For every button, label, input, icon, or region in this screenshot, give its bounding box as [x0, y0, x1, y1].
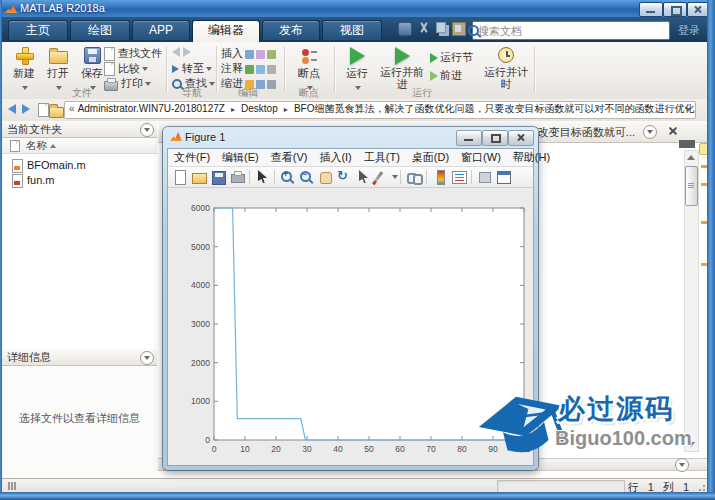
figure-logo-icon	[170, 131, 182, 143]
breadcrumb-segment-user[interactable]: Administrator.WIN7U-20180127Z	[78, 103, 225, 114]
menu-file[interactable]: 文件(F)	[168, 151, 216, 163]
menu-edit[interactable]: 编辑(E)	[216, 151, 265, 163]
menu-tools[interactable]: 工具(T)	[358, 151, 406, 163]
details-collapse-icon[interactable]	[140, 351, 154, 365]
menu-desktop[interactable]: 桌面(D)	[406, 151, 455, 163]
doc-search-input[interactable]	[476, 23, 652, 38]
fig-show-plottools-icon[interactable]	[496, 169, 512, 185]
fig-open-icon[interactable]	[191, 169, 207, 185]
window-border[interactable]	[707, 0, 715, 500]
fig-zoom-out-icon[interactable]: −	[298, 169, 314, 185]
fig-rotate3d-icon[interactable]: ↻	[336, 169, 352, 185]
breadcrumb-overflow[interactable]: «	[69, 103, 75, 114]
breadcrumb[interactable]: « Administrator.WIN7U-20180127Z ▸ Deskto…	[64, 101, 696, 119]
ribbon-toolbar: 新建 打开 保存 查找文件 比较 打印 文件 转至 查找 导航 插入 注释 缩进…	[2, 42, 707, 100]
window-border[interactable]	[0, 492, 715, 500]
details-header[interactable]: 详细信息	[2, 349, 157, 366]
goto-button[interactable]: 转至	[172, 61, 212, 75]
qa-save-icon[interactable]	[398, 22, 412, 36]
advance-button[interactable]: 前进	[430, 68, 462, 82]
minimize-button[interactable]	[639, 2, 663, 17]
nav-back-forward[interactable]	[172, 46, 191, 60]
breadcrumb-dropdown-icon[interactable]	[685, 108, 691, 112]
maximize-button[interactable]	[663, 2, 687, 17]
folder-up-icon[interactable]	[38, 103, 49, 117]
fig-zoom-in-icon[interactable]: +	[279, 169, 295, 185]
fig-new-icon[interactable]	[172, 169, 188, 185]
tab-publish[interactable]: 发布	[262, 20, 320, 40]
run-advance-button[interactable]: 运行并前进	[380, 45, 424, 90]
fig-print-icon[interactable]	[229, 169, 245, 185]
figure-menubar: 文件(F)编辑(E)查看(V)插入(I)工具(T)桌面(D)窗口(W)帮助(H)	[168, 149, 533, 167]
comment-row[interactable]: 注释	[221, 61, 276, 75]
compare-button[interactable]: 比较	[104, 61, 148, 75]
fig-datacursor-icon[interactable]	[355, 169, 371, 185]
figure-toolbar: + − ↻	[168, 167, 533, 188]
scroll-up-icon[interactable]	[687, 155, 695, 160]
details-placeholder: 选择文件以查看详细信息	[2, 411, 157, 426]
run-time-button[interactable]: 运行并计时	[484, 45, 528, 90]
figure-maximize-button[interactable]	[482, 130, 508, 146]
window-border	[0, 0, 2, 500]
current-folder-header[interactable]: 当前文件夹	[2, 121, 157, 138]
fig-linkplot-icon[interactable]	[406, 169, 422, 185]
fig-brush-dropdown-icon[interactable]	[392, 175, 398, 179]
mfile-icon	[12, 159, 23, 173]
sign-in-link[interactable]: 登录	[678, 23, 700, 38]
tab-view[interactable]: 视图	[322, 20, 382, 40]
breadcrumb-segment-project[interactable]: BFO细菌觅食算法，解决了函数优化问题，只要改变目标函数就可以对不同的函数进行优…	[294, 103, 695, 114]
current-folder-collapse-icon[interactable]	[140, 123, 154, 137]
svg-text:60: 60	[395, 444, 405, 454]
tab-plots[interactable]: 绘图	[70, 20, 130, 40]
address-bar: « Administrator.WIN7U-20180127Z ▸ Deskto…	[2, 99, 707, 122]
fig-save-icon[interactable]	[210, 169, 226, 185]
qa-copy-icon[interactable]	[436, 22, 446, 33]
menu-view[interactable]: 查看(V)	[265, 151, 314, 163]
menu-help[interactable]: 帮助(H)	[507, 151, 556, 163]
watermark-site: Biguo100.com	[555, 427, 692, 450]
file-row-fun[interactable]: fun.m	[2, 173, 157, 187]
run-group-label: 运行	[392, 86, 452, 100]
nav-back-icon[interactable]	[8, 104, 16, 114]
editor-actions-icon[interactable]	[643, 125, 657, 139]
qa-cut-icon[interactable]	[418, 22, 430, 34]
find-files-button[interactable]: 查找文件	[104, 46, 162, 60]
nav-forward-icon[interactable]	[22, 104, 30, 114]
statusbar-handle-icon[interactable]	[8, 482, 18, 490]
insert-icon	[245, 50, 254, 59]
tab-editor[interactable]: 编辑器	[192, 20, 260, 43]
editor-close-icon[interactable]	[668, 126, 677, 135]
tab-home[interactable]: 主页	[8, 20, 68, 40]
run-button[interactable]: 运行	[340, 45, 374, 93]
fig-colorbar-icon[interactable]	[432, 169, 448, 185]
figure-close-button[interactable]	[508, 130, 534, 146]
editor-scroll-top-cap	[679, 140, 695, 148]
fig-pointer-icon[interactable]	[254, 169, 270, 185]
search-icon[interactable]	[468, 25, 479, 36]
insert-row[interactable]: 插入	[221, 46, 276, 60]
fig-hide-plottools-icon[interactable]	[477, 169, 493, 185]
svg-text:10: 10	[240, 444, 250, 454]
breakpoints-group-label: 断点	[290, 86, 328, 100]
close-button[interactable]	[687, 2, 709, 17]
breadcrumb-segment-desktop[interactable]: Desktop	[241, 103, 278, 114]
new-button[interactable]: 新建	[8, 45, 40, 93]
menu-insert[interactable]: 插入(I)	[313, 151, 357, 163]
file-row-bfomain[interactable]: BFOmain.m	[2, 158, 157, 172]
watermark-name: 必过源码	[558, 391, 674, 427]
fig-legend-icon[interactable]	[451, 169, 467, 185]
scrollbar-thumb[interactable]	[685, 166, 698, 206]
figure-minimize-button[interactable]	[456, 130, 482, 146]
window-titlebar[interactable]: MATLAB R2018a	[0, 0, 715, 17]
fig-pan-icon[interactable]	[317, 169, 333, 185]
menu-window[interactable]: 窗口(W)	[455, 151, 507, 163]
name-column-header[interactable]: 名称	[2, 138, 157, 154]
resize-grip-icon[interactable]	[696, 482, 705, 491]
browse-folder-icon[interactable]	[49, 107, 64, 118]
qa-paste-icon[interactable]	[452, 22, 466, 36]
open-icon	[49, 51, 68, 64]
fig-brush-icon[interactable]	[374, 169, 390, 185]
svg-text:3000: 3000	[191, 319, 210, 329]
run-section-button[interactable]: 运行节	[430, 50, 473, 64]
tab-apps[interactable]: APP	[132, 20, 190, 40]
